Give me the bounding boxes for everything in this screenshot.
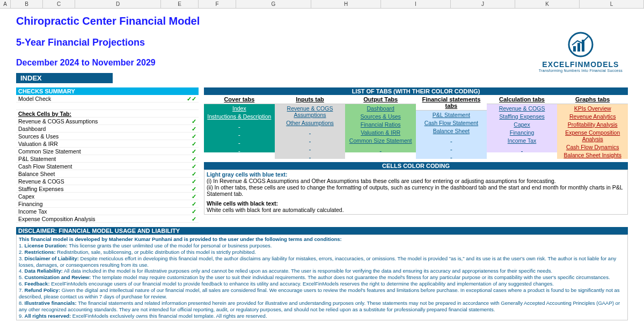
tabs-col-header: Financial statements tabs <box>416 95 487 111</box>
tab-empty <box>416 135 487 143</box>
check-tick-icon: ✓✓ <box>187 96 196 101</box>
tab-link[interactable]: Balance Sheet Insights <box>557 151 628 159</box>
logo-icon <box>565 31 597 58</box>
cc-black-line1: White cells with black font are automati… <box>207 207 625 213</box>
brand-logo: EXCELFINMODELS Transforming Numbers Into… <box>539 31 623 72</box>
check-row: Staffing Expenses✓ <box>16 185 199 193</box>
col-header-D[interactable]: D <box>75 0 161 8</box>
tab-link[interactable]: Instructions & Description <box>204 112 275 120</box>
tab-link[interactable]: Other Assumptions <box>275 119 346 127</box>
disclaimer-header: DISCLAIMER: FINANCIAL MODEL USAGE AND LI… <box>16 227 628 235</box>
col-header-E[interactable]: E <box>161 0 199 8</box>
check-tick-icon: ✓ <box>192 193 196 199</box>
check-tick-icon: ✓ <box>192 141 196 147</box>
check-tick-icon: ✓ <box>192 126 196 131</box>
check-label: Revenue & COGS <box>18 178 64 184</box>
col-header-F[interactable]: F <box>199 0 236 8</box>
check-tick-icon: ✓ <box>192 118 196 124</box>
page-title-3: December 2024 to November 2029 <box>16 58 628 68</box>
svg-rect-2 <box>577 43 580 52</box>
tab-link[interactable]: Financial Ratios <box>345 120 416 128</box>
tab-empty <box>204 144 275 152</box>
tab-link[interactable]: Dashboard <box>345 104 416 112</box>
tab-link[interactable]: Revenue & COGS Assumptions <box>275 104 346 119</box>
check-label: Valuation & IRR <box>18 141 58 147</box>
disclaimer-item: 4. Data Reliability: All data included i… <box>19 268 625 274</box>
col-header-J[interactable]: J <box>451 0 515 8</box>
tab-link[interactable]: Expense Composition Analysis <box>557 128 628 143</box>
tab-link[interactable]: Profitability Analysis <box>557 120 628 128</box>
check-label: Dashboard <box>18 126 46 131</box>
check-tick-icon: ✓ <box>192 133 196 139</box>
check-label: Expense Composition Analysis <box>18 216 96 222</box>
col-header-C[interactable]: C <box>43 0 75 8</box>
checks-summary-body: Model Check✓✓Check Cells by Tab:Revenue … <box>16 95 199 223</box>
cc-blue-line1: (i) In Revenue & COGS Assumptions and Ot… <box>207 178 625 184</box>
tab-link[interactable]: Cash Flow Statement <box>416 119 487 127</box>
check-tick-icon: ✓ <box>192 208 196 214</box>
check-tick-icon: ✓ <box>192 148 196 154</box>
disclaimer-item: 7. Refund Policy: Given the digital and … <box>19 287 625 300</box>
tab-link[interactable]: KPIs Overview <box>557 104 628 112</box>
disclaimer-text: This license grants the user unlimited u… <box>68 243 272 248</box>
tab-empty <box>487 144 558 152</box>
check-label: Revenue & COGS Assumptions <box>18 118 98 124</box>
tab-link[interactable]: Sources & Uses <box>345 112 416 120</box>
check-label: Balance Sheet <box>18 171 55 177</box>
tab-link[interactable]: P&L Statement <box>416 111 487 119</box>
check-row: Balance Sheet✓ <box>16 170 199 178</box>
col-header-H[interactable]: H <box>311 0 381 8</box>
tab-empty <box>275 127 346 135</box>
check-row: Check Cells by Tab: <box>16 110 199 118</box>
check-row: Financing✓ <box>16 200 199 208</box>
cc-blue-line2: (ii) In other tabs, these cells are used… <box>207 184 625 197</box>
check-row: Revenue & COGS Assumptions✓ <box>16 118 199 125</box>
disclaimer-item: 1. License Duration: This license grants… <box>19 243 625 249</box>
disclaimer-label: License Duration: <box>25 243 68 248</box>
tab-link[interactable]: Revenue & COGS <box>487 104 558 112</box>
col-header-B[interactable]: B <box>11 0 43 8</box>
tab-link[interactable]: Balance Sheet <box>416 127 487 135</box>
tabs-col-header: Graphs tabs <box>557 95 628 104</box>
col-header-G[interactable]: G <box>236 0 311 8</box>
disclaimer-text: ExcelFinModels encourage users of our fi… <box>50 281 554 287</box>
tab-link[interactable]: Valuation & IRR <box>345 128 416 136</box>
check-label: Sources & Uses <box>18 133 58 139</box>
check-row: Capex✓ <box>16 193 199 200</box>
tab-empty <box>275 135 346 143</box>
tab-link[interactable]: Financing <box>487 128 558 136</box>
tabs-col-header: Calculation tabs <box>487 95 558 104</box>
tab-link[interactable]: Common Size Statement <box>345 136 416 144</box>
brand-name: EXCELFINMODELS <box>539 60 623 69</box>
check-tick-icon: ✓ <box>192 163 196 169</box>
tab-link[interactable]: Income Tax <box>487 136 558 144</box>
col-header-L[interactable]: L <box>580 0 644 8</box>
disclaimer-label: All rights reserved: <box>25 313 71 319</box>
disclaimer-label: Data Reliability: <box>25 268 63 274</box>
check-label: Income Tax <box>18 208 47 214</box>
tab-link[interactable]: Revenue Analytics <box>557 112 628 120</box>
tab-link[interactable]: Capex <box>487 120 558 128</box>
check-row: Model Check✓✓ <box>16 95 199 103</box>
tab-link[interactable]: Cash Flow Dynamics <box>557 143 628 151</box>
col-header-A[interactable]: A <box>0 0 11 8</box>
check-label: Check Cells by Tab: <box>18 111 71 116</box>
check-tick-icon: ✓ <box>192 186 196 192</box>
page-title-2: 5-Year Financial Projections <box>16 37 628 48</box>
brand-tagline: Transforming Numbers Into Financial Succ… <box>539 69 623 72</box>
tab-empty <box>416 151 487 159</box>
tab-empty <box>204 136 275 144</box>
tab-link[interactable]: Index <box>204 104 275 112</box>
check-label: Staffing Expenses <box>18 186 63 192</box>
tabs-list-grid: Cover tabsIndexInstructions & Descriptio… <box>204 95 628 159</box>
disclaimer-text: The template model may require customiza… <box>91 274 610 280</box>
col-header-I[interactable]: I <box>381 0 451 8</box>
disclaimer-intro: This financial model is developed by Mah… <box>19 236 625 243</box>
disclaimer-text: Despite meticulous effort in developing … <box>19 255 616 268</box>
cells-coding-header: CELLS COLOR CODING <box>204 162 628 170</box>
disclaimer-label: Disclaimer of Liability: <box>25 255 79 261</box>
tab-link[interactable]: Staffing Expenses <box>487 112 558 120</box>
col-header-K[interactable]: K <box>515 0 580 8</box>
tab-empty <box>345 144 416 152</box>
check-row: Common Size Statement✓ <box>16 148 199 155</box>
